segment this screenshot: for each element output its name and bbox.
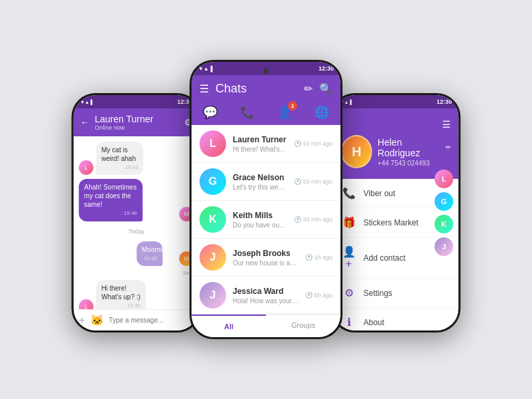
signal-icon: ▼▲ — [198, 66, 209, 72]
chat-time-grace: 🕐 20 min ago — [294, 178, 332, 185]
app-header: ☰ Chats ✏ 🔍 — [192, 75, 340, 101]
message-row-4: L Hi there! What's up? :) 10:30 — [79, 280, 194, 309]
chat-time-keith: 🕐 30 min ago — [294, 216, 332, 223]
chat-time-jessica: 🕐 5h ago — [305, 292, 332, 299]
avatar-lauren: L — [200, 130, 226, 157]
right-status-time: 12:30 — [436, 98, 452, 105]
status-time: 12:30 — [319, 65, 334, 72]
msg-time-4: 10:30 — [102, 303, 141, 309]
chat-meta-jessica: 🕐 5h ago — [305, 292, 332, 299]
avatar-grace: G — [200, 168, 226, 195]
chat-list: L Lauren Turner Hi there! What's up? :) … — [192, 125, 340, 314]
side-avatars: L G K J — [435, 170, 454, 256]
message-row-2: Ahah! Sometimes my cat does the same! 19… — [79, 179, 194, 221]
chat-info-jessica: Jessica Ward Hola! How was your trip to … — [233, 287, 299, 305]
chat-name-grace: Grace Nelson — [233, 173, 287, 182]
back-icon[interactable]: ← — [80, 117, 90, 128]
chat-meta-keith: 🕐 30 min ago — [294, 216, 332, 223]
right-status-bar: ▼▲ ▌ 12:30 — [333, 95, 459, 108]
chat-meta-lauren: 🕐 10 min ago — [294, 140, 332, 147]
messages-area: L My cat is weird! ahah 19:43 Ahah! Some… — [74, 136, 200, 309]
left-screen: ▼▲ ▌ 12:30 ← Lauren Turner Online now ⚙ … — [74, 95, 200, 331]
clock-icon-joseph: 🕐 — [305, 254, 313, 261]
chat-item-grace[interactable]: G Grace Nelson Let's try this wednesday.… — [192, 163, 340, 201]
msg-avatar-lauren: L — [79, 160, 94, 175]
add-contact-label: Add contact — [364, 253, 406, 263]
message-input-bar: + 🐱 🎤 — [74, 309, 200, 331]
bottom-tabs: All Groups — [192, 314, 340, 337]
message-input[interactable] — [109, 317, 194, 324]
edit-profile-icon[interactable]: ✏ — [446, 144, 451, 151]
hamburger-icon[interactable]: ☰ — [442, 119, 451, 130]
chat-name-joseph: Joseph Brooks — [233, 249, 299, 258]
chat-item-lauren[interactable]: L Lauren Turner Hi there! What's up? :) … — [192, 125, 340, 163]
tab-groups[interactable]: Groups — [266, 315, 340, 337]
profile-header: ☰ H Helen Rodriguez ✏ +44 7543 024493 — [333, 108, 459, 179]
tab-calls[interactable]: 📞 — [240, 105, 255, 120]
chat-name-keith: Keith Mills — [233, 211, 287, 220]
settings-icon: ⚙ — [342, 287, 356, 299]
chat-meta-joseph: 🕐 1h ago — [305, 254, 332, 261]
chat-item-keith[interactable]: K Keith Mills Do you have our photos fro… — [192, 201, 340, 239]
chat-info-lauren: Lauren Turner Hi there! What's up? :) — [233, 135, 287, 153]
chat-contact-name: Lauren Turner — [95, 114, 179, 124]
viber-out-label: Viber out — [364, 189, 396, 198]
profile-phone-number: +44 7543 024493 — [378, 160, 451, 167]
chat-name-lauren: Lauren Turner — [233, 135, 287, 144]
side-av-2: G — [435, 192, 454, 211]
msg-avatar-lauren-2: L — [79, 299, 94, 309]
left-phone: ▼▲ ▌ 12:30 ← Lauren Turner Online now ⚙ … — [72, 93, 201, 332]
add-icon[interactable]: + — [79, 315, 85, 327]
msg-time-3: 10:20 — [142, 255, 157, 262]
chat-preview-joseph: Our new house is awesome! You should com… — [233, 259, 299, 267]
chat-preview-grace: Let's try this wednesday... Is that alri… — [233, 184, 287, 191]
date-divider: Today — [79, 228, 194, 235]
edit-icon[interactable]: ✏ — [304, 82, 313, 95]
message-bubble-2: Ahah! Sometimes my cat does the same! 19… — [79, 179, 143, 221]
viber-out-icon: 📞 — [342, 187, 356, 200]
status-icons: ▼▲ ▌ — [198, 66, 215, 72]
center-screen: ▼▲ ▌ 12:30 ☰ Chats ✏ 🔍 💬 📞 👤 2 — [192, 62, 340, 337]
chat-info-keith: Keith Mills Do you have our photos from … — [233, 211, 287, 229]
tab-messages[interactable]: 💬 — [203, 105, 217, 120]
side-av-1: L — [435, 170, 454, 188]
about-icon: ℹ — [342, 316, 356, 329]
right-phone: ▼▲ ▌ 12:30 ☰ H Helen Rodriguez ✏ +44 754… — [331, 93, 461, 332]
clock-icon-jessica: 🕐 — [305, 292, 313, 299]
right-battery-icon: ▌ — [350, 100, 353, 104]
menu-icon[interactable]: ☰ — [200, 82, 209, 95]
message-bubble-4: Hi there! What's up? :) 10:30 — [96, 280, 146, 309]
side-av-3: K — [435, 215, 454, 233]
center-phone: ▼▲ ▌ 12:30 ☰ Chats ✏ 🔍 💬 📞 👤 2 — [190, 60, 342, 339]
left-signal-icon: ▼▲ — [80, 100, 90, 104]
clock-icon-keith: 🕐 — [294, 216, 301, 223]
message-bubble-1: My cat is weird! ahah 19:43 — [96, 142, 144, 175]
emoji-icon[interactable]: 🐱 — [90, 314, 104, 327]
chat-time-lauren: 🕐 10 min ago — [294, 140, 332, 147]
menu-item-about[interactable]: ℹ About — [333, 308, 459, 331]
sent-label: Sent — [79, 270, 194, 276]
tab-explore[interactable]: 🌐 — [315, 105, 329, 120]
avatar-jessica: J — [200, 282, 226, 309]
profile-name: Helen Rodriguez ✏ — [378, 137, 451, 158]
search-icon[interactable]: 🔍 — [319, 82, 332, 95]
chat-preview-keith: Do you have our photos from the nye? — [233, 221, 287, 229]
message-row-1: L My cat is weird! ahah 19:43 — [79, 142, 194, 175]
profile-avatar-area: H Helen Rodriguez ✏ +44 7543 024493 — [341, 135, 451, 168]
add-contact-icon: 👤+ — [342, 245, 356, 270]
chat-meta-grace: 🕐 20 min ago — [294, 178, 332, 185]
header-title: Chats — [215, 82, 297, 96]
tab-all[interactable]: All — [192, 315, 266, 337]
message-row-3: Moorning! 10:20 M — [79, 241, 194, 266]
side-av-4: J — [435, 237, 454, 256]
settings-label: Settings — [364, 289, 392, 298]
battery-icon: ▌ — [211, 66, 215, 72]
chat-info-joseph: Joseph Brooks Our new house is awesome! … — [233, 249, 299, 267]
menu-item-settings[interactable]: ⚙ Settings — [333, 279, 459, 308]
chat-header: ← Lauren Turner Online now ⚙ — [74, 108, 200, 136]
stickers-label: Stickers Market — [364, 218, 419, 227]
chat-item-jessica[interactable]: J Jessica Ward Hola! How was your trip t… — [192, 277, 340, 314]
tab-contacts[interactable]: 👤 2 — [277, 105, 292, 120]
msg-time-2: 19:46 — [84, 210, 138, 217]
chat-item-joseph[interactable]: J Joseph Brooks Our new house is awesome… — [192, 239, 340, 277]
